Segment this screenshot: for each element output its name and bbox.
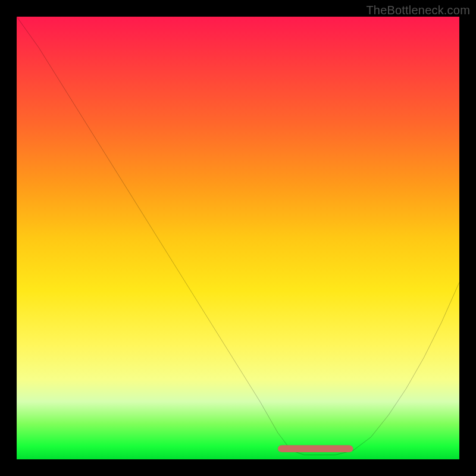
chart-frame: TheBottleneck.com	[0, 0, 476, 476]
chart-overlay	[17, 17, 459, 459]
plot-area	[17, 17, 459, 459]
bottleneck-curve-path	[17, 17, 459, 455]
optimal-range-bar	[278, 445, 353, 452]
watermark-text: TheBottleneck.com	[366, 4, 470, 17]
